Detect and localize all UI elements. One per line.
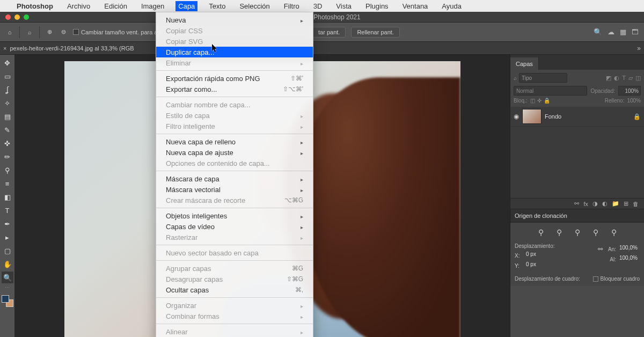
gradient-tool-icon[interactable]: ◧ xyxy=(2,191,13,203)
close-tab-icon[interactable]: × xyxy=(3,45,6,52)
minimize-window-icon[interactable] xyxy=(14,14,20,20)
link-layers-icon[interactable]: ⚯ xyxy=(574,200,579,207)
clone-source-4-icon[interactable]: ⚲ xyxy=(590,227,601,238)
menu-seleccion[interactable]: Selección xyxy=(237,1,272,11)
menu-ayuda[interactable]: Ayuda xyxy=(439,1,464,11)
layer-list[interactable]: ◉ Fondo 🔒 xyxy=(510,107,644,198)
marquee-tool-icon[interactable]: ▭ xyxy=(2,70,13,82)
lock-pixels-icon[interactable]: ◫ xyxy=(530,98,535,104)
mask-icon[interactable]: ◑ xyxy=(592,200,598,207)
brush-tool-icon[interactable]: ✏ xyxy=(2,151,13,163)
lasso-tool-icon[interactable]: ʆ xyxy=(2,84,13,96)
filter-smart-icon[interactable]: ◫ xyxy=(635,75,641,82)
adjustment-icon[interactable]: ◐ xyxy=(602,200,608,207)
menu-item-duplicar-capa[interactable]: Duplicar capa... xyxy=(156,47,313,57)
clone-source-panel-title[interactable]: Origen de clonación xyxy=(510,209,644,223)
menu-item-nueva-capa-de-relleno[interactable]: Nueva capa de relleno xyxy=(156,136,313,147)
share-icon[interactable]: 🗔 xyxy=(632,28,639,36)
capa-dropdown-menu[interactable]: NuevaCopiar CSSCopiar SVGDuplicar capa..… xyxy=(156,12,313,337)
hand-tool-icon[interactable]: ✋ xyxy=(2,258,13,270)
rectangle-tool-icon[interactable]: ▢ xyxy=(2,245,13,257)
workspace-icon[interactable]: ▦ xyxy=(620,28,626,36)
color-swatch[interactable] xyxy=(2,295,13,307)
move-tool-icon[interactable]: ✥ xyxy=(2,57,13,69)
clone-source-2-icon[interactable]: ⚲ xyxy=(554,227,565,238)
document-tab[interactable]: × pexels-heitor-verdi-2169434.jpg al 33,… xyxy=(3,45,134,52)
menu-item-ocultar-capas[interactable]: Ocultar capas⌘, xyxy=(156,284,313,295)
opacity-value[interactable]: 100% xyxy=(618,86,641,96)
clone-source-3-icon[interactable]: ⚲ xyxy=(572,227,583,238)
menu-item-nueva-capa-de-ajuste[interactable]: Nueva capa de ajuste xyxy=(156,147,313,158)
zoom-window-icon[interactable] xyxy=(24,14,29,20)
fx-icon[interactable]: fx xyxy=(583,201,588,207)
layer-lock-icon[interactable]: 🔒 xyxy=(633,113,641,120)
foreground-color-swatch[interactable] xyxy=(2,295,9,303)
menu-texto[interactable]: Texto xyxy=(206,1,228,11)
menu-archivo[interactable]: Archivo xyxy=(64,1,93,11)
type-tool-icon[interactable]: T xyxy=(2,204,13,216)
layer-filter-dropdown[interactable]: Tipo xyxy=(519,73,567,83)
home-icon[interactable]: ⌂ xyxy=(5,28,14,36)
lock-frame-checkbox[interactable] xyxy=(593,276,598,282)
height-input[interactable]: 100,0% xyxy=(619,255,640,263)
layer-name[interactable]: Fondo xyxy=(545,113,630,120)
menu-item-capas-de-v-deo[interactable]: Capas de vídeo xyxy=(156,221,313,232)
menu-edicion[interactable]: Edición xyxy=(101,1,130,11)
menu-plugins[interactable]: Plugins xyxy=(363,1,391,11)
menu-item-exportaci-n-r-pida-como-png[interactable]: Exportación rápida como PNG⇧⌘' xyxy=(156,73,313,84)
menu-item-nueva[interactable]: Nueva xyxy=(156,14,313,25)
panel-collapse-icon[interactable]: » xyxy=(637,45,641,52)
checkbox-icon[interactable] xyxy=(73,29,79,35)
healing-tool-icon[interactable]: ✜ xyxy=(2,137,13,149)
offset-x-input[interactable]: 0 px xyxy=(526,251,546,260)
delete-layer-icon[interactable]: 🗑 xyxy=(633,201,639,207)
fill-screen-button[interactable]: Rellenar pant. xyxy=(351,27,400,38)
zoom-tool-selected-icon[interactable]: 🔍 xyxy=(2,272,13,283)
wand-tool-icon[interactable]: ✧ xyxy=(2,97,13,109)
width-input[interactable]: 100,0% xyxy=(619,245,640,253)
menu-item-objetos-inteligentes[interactable]: Objetos inteligentes xyxy=(156,210,313,221)
clone-tool-icon[interactable]: ⚲ xyxy=(2,164,13,176)
filter-pixel-icon[interactable]: ◩ xyxy=(606,75,611,82)
eyedropper-tool-icon[interactable]: ✎ xyxy=(2,124,13,136)
clone-source-1-icon[interactable]: ⚲ xyxy=(536,227,546,238)
fit-screen-button[interactable]: tar pant. xyxy=(312,27,346,38)
menu-ventana[interactable]: Ventana xyxy=(400,1,431,11)
fill-value[interactable]: 100% xyxy=(627,98,641,104)
menu-imagen[interactable]: Imagen xyxy=(138,1,167,11)
menu-filtro[interactable]: Filtro xyxy=(281,1,302,11)
app-name-menu[interactable]: Photoshop xyxy=(14,1,56,11)
path-select-tool-icon[interactable]: ▸ xyxy=(2,231,13,243)
offset-y-input[interactable]: 0 px xyxy=(526,261,546,270)
menu-item-exportar-como[interactable]: Exportar como...⇧⌥⌘' xyxy=(156,84,313,94)
eraser-tool-icon[interactable]: ≡ xyxy=(2,178,13,189)
menu-capa[interactable]: Capa xyxy=(175,1,197,11)
search-app-icon[interactable]: 🔍 xyxy=(594,28,602,36)
menu-item-m-scara-de-capa[interactable]: Máscara de capa xyxy=(156,173,313,184)
new-layer-icon[interactable]: ⊞ xyxy=(624,200,628,207)
layers-tab[interactable]: Capas xyxy=(510,57,539,70)
lock-position-icon[interactable]: ✜ xyxy=(537,98,541,104)
blend-mode-dropdown[interactable]: Normal xyxy=(514,86,587,96)
layer-row[interactable]: ◉ Fondo 🔒 xyxy=(510,107,644,127)
crop-tool-icon[interactable]: ▤ xyxy=(2,111,13,122)
close-window-icon[interactable] xyxy=(5,14,11,20)
link-wh-icon[interactable]: ⚯ xyxy=(598,246,603,253)
filter-type-icon[interactable]: T xyxy=(622,75,626,82)
zoom-in-icon[interactable]: ⊕ xyxy=(45,28,54,36)
zoom-tool-icon[interactable]: ⌕ xyxy=(25,28,34,36)
filter-shape-icon[interactable]: ▱ xyxy=(628,75,633,82)
group-icon[interactable]: 📁 xyxy=(612,200,619,207)
cloud-docs-icon[interactable]: ☁ xyxy=(608,28,614,36)
menu-item-m-scara-vectorial[interactable]: Máscara vectorial xyxy=(156,184,313,195)
zoom-out-icon[interactable]: ⊖ xyxy=(59,28,68,36)
pen-tool-icon[interactable]: ✒ xyxy=(2,218,13,230)
menu-3d[interactable]: 3D xyxy=(311,1,325,11)
lock-all-icon[interactable]: 🔒 xyxy=(544,98,550,104)
menu-vista[interactable]: Vista xyxy=(333,1,354,11)
layer-thumbnail[interactable] xyxy=(522,109,541,124)
resize-window-checkbox[interactable]: Cambiar tamaño vent. para aju xyxy=(73,29,162,35)
layer-visibility-icon[interactable]: ◉ xyxy=(514,113,519,120)
filter-adjust-icon[interactable]: ◐ xyxy=(614,75,619,82)
clone-source-5-icon[interactable]: ⚲ xyxy=(609,227,619,238)
